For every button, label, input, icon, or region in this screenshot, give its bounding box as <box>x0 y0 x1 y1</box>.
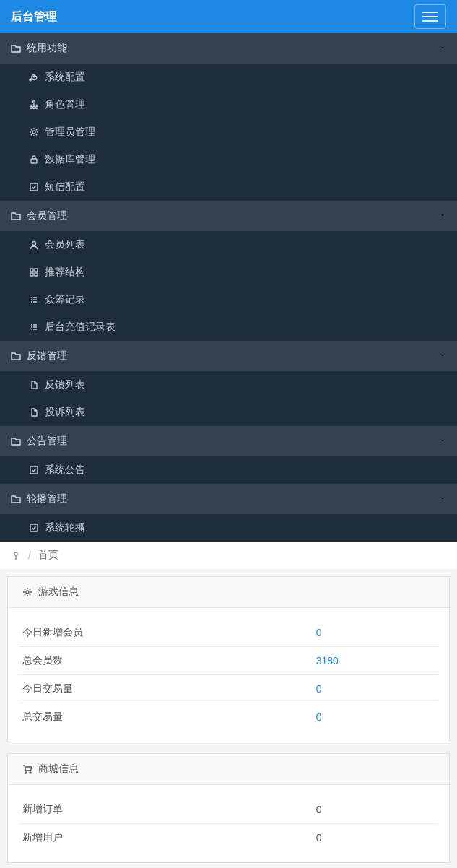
nav-item[interactable]: 系统配置 <box>0 64 457 91</box>
nav-item-label: 众筹记录 <box>45 293 85 306</box>
panel-body: 今日新增会员0总会员数3180今日交易量0总交易量0 <box>8 608 449 742</box>
sitemap-icon <box>29 100 39 110</box>
nav-item[interactable]: 众筹记录 <box>0 286 457 313</box>
nav-item[interactable]: 系统轮播 <box>0 514 457 542</box>
nav-item-label: 会员列表 <box>45 238 85 251</box>
nav-item[interactable]: 会员列表 <box>0 231 457 259</box>
nav-item-label: 系统轮播 <box>45 521 85 534</box>
gear-icon <box>29 127 39 137</box>
cart-icon <box>22 764 32 774</box>
panel-header: 商城信息 <box>8 754 449 785</box>
nav-group-label: 反馈管理 <box>27 350 67 363</box>
gear-icon <box>22 587 32 597</box>
nav-group-header[interactable]: 会员管理 <box>0 201 457 231</box>
nav-item-label: 数据库管理 <box>45 153 95 166</box>
nav-group-header[interactable]: 公告管理 <box>0 426 457 456</box>
table-row: 今日新增会员0 <box>19 619 438 647</box>
nav-group-header[interactable]: 反馈管理 <box>0 341 457 371</box>
pin-icon <box>11 550 21 560</box>
nav-item-label: 短信配置 <box>45 181 85 194</box>
nav-item-label: 系统公告 <box>45 464 85 477</box>
row-label: 新增订单 <box>19 796 313 824</box>
lock-icon <box>29 155 39 165</box>
nav-item-label: 管理员管理 <box>45 126 95 139</box>
nav-group-label: 轮播管理 <box>27 492 67 505</box>
header-title: 后台管理 <box>11 9 57 25</box>
breadcrumb: / 首页 <box>0 542 457 569</box>
wrench-icon <box>29 72 39 82</box>
row-value: 0 <box>313 796 438 824</box>
chevron-down-icon <box>439 438 446 445</box>
breadcrumb-separator: / <box>28 550 31 561</box>
info-table: 新增订单0新增用户0 <box>19 796 438 851</box>
nav-item[interactable]: 角色管理 <box>0 91 457 118</box>
folder-icon <box>11 494 21 504</box>
panel-title: 商城信息 <box>38 763 79 776</box>
nav-item-label: 推荐结构 <box>45 266 85 279</box>
table-row: 新增用户0 <box>19 824 438 852</box>
sidebar-nav: 统用功能系统配置角色管理管理员管理数据库管理短信配置会员管理会员列表推荐结构众筹… <box>0 33 457 542</box>
breadcrumb-current: 首页 <box>38 549 58 562</box>
check-square-icon <box>29 523 39 533</box>
table-row: 新增订单0 <box>19 796 438 824</box>
nav-item[interactable]: 反馈列表 <box>0 371 457 399</box>
nav-group-label: 统用功能 <box>27 42 67 55</box>
info-table: 今日新增会员0总会员数3180今日交易量0总交易量0 <box>19 619 438 731</box>
chevron-down-icon <box>439 352 446 360</box>
folder-icon <box>11 351 21 361</box>
nav-item[interactable]: 短信配置 <box>0 173 457 201</box>
row-value: 0 <box>313 703 438 732</box>
chevron-down-icon <box>439 212 446 220</box>
nav-item-label: 系统配置 <box>45 71 85 84</box>
content-area: 游戏信息今日新增会员0总会员数3180今日交易量0总交易量0商城信息新增订单0新… <box>0 569 457 868</box>
nav-item[interactable]: 管理员管理 <box>0 118 457 146</box>
nav-item[interactable]: 后台充值记录表 <box>0 313 457 341</box>
row-label: 新增用户 <box>19 824 313 852</box>
chevron-down-icon <box>439 45 446 52</box>
nav-group-label: 会员管理 <box>27 209 67 222</box>
row-value: 0 <box>313 824 438 852</box>
nav-item[interactable]: 系统公告 <box>0 456 457 484</box>
row-value: 3180 <box>313 647 438 675</box>
hamburger-menu-button[interactable] <box>414 4 446 29</box>
folder-icon <box>11 43 21 53</box>
user-icon <box>29 240 39 250</box>
nav-item-label: 反馈列表 <box>45 378 85 391</box>
nav-item[interactable]: 数据库管理 <box>0 146 457 173</box>
row-label: 总会员数 <box>19 647 313 675</box>
file-icon <box>29 380 39 390</box>
list-icon <box>29 295 39 305</box>
panel-header: 游戏信息 <box>8 577 449 608</box>
panel-title: 游戏信息 <box>38 586 79 599</box>
nav-group-header[interactable]: 轮播管理 <box>0 484 457 514</box>
row-value: 0 <box>313 619 438 647</box>
nav-item[interactable]: 推荐结构 <box>0 259 457 286</box>
nav-item-label: 角色管理 <box>45 98 85 111</box>
folder-icon <box>11 211 21 221</box>
check-square-icon <box>29 465 39 475</box>
panel-body: 新增订单0新增用户0 <box>8 785 449 862</box>
nav-item-label: 后台充值记录表 <box>45 321 116 334</box>
row-label: 总交易量 <box>19 703 313 732</box>
table-row: 总会员数3180 <box>19 647 438 675</box>
table-row: 总交易量0 <box>19 703 438 732</box>
panel: 游戏信息今日新增会员0总会员数3180今日交易量0总交易量0 <box>7 576 450 742</box>
nav-item-label: 投诉列表 <box>45 406 85 419</box>
nav-group-label: 公告管理 <box>27 435 67 448</box>
grid-icon <box>29 267 39 277</box>
panel: 商城信息新增订单0新增用户0 <box>7 753 450 863</box>
file-icon <box>29 407 39 417</box>
table-row: 今日交易量0 <box>19 675 438 703</box>
chevron-down-icon <box>439 495 446 503</box>
check-square-icon <box>29 182 39 192</box>
row-label: 今日新增会员 <box>19 619 313 647</box>
list-icon <box>29 322 39 332</box>
row-label: 今日交易量 <box>19 675 313 703</box>
row-value: 0 <box>313 675 438 703</box>
nav-item[interactable]: 投诉列表 <box>0 399 457 426</box>
header: 后台管理 <box>0 0 457 33</box>
folder-icon <box>11 436 21 446</box>
nav-group-header[interactable]: 统用功能 <box>0 33 457 64</box>
